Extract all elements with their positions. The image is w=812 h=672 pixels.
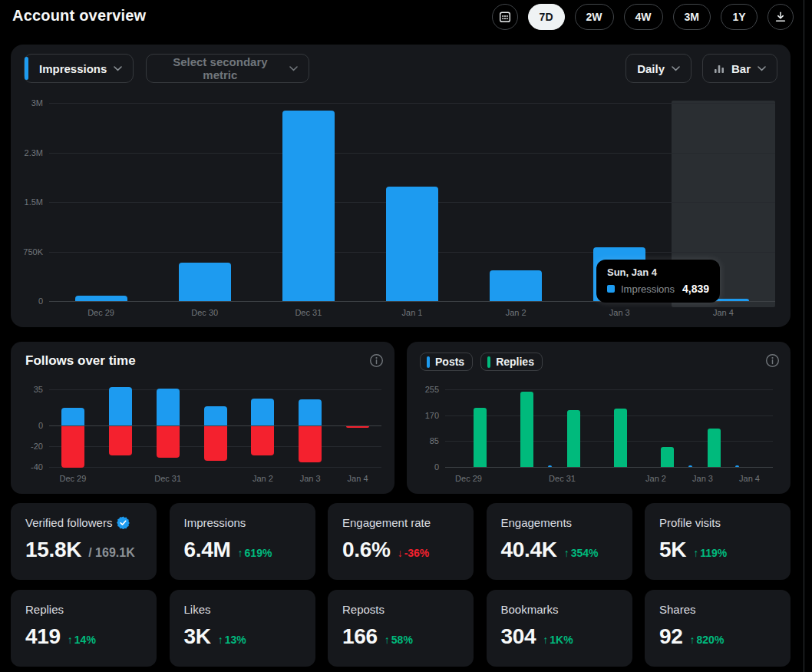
x-tick-label: Jan 2 <box>506 308 526 317</box>
unfollows-bar-jan-1[interactable] <box>204 426 227 460</box>
posts-bar-jan-3[interactable] <box>688 465 692 467</box>
metric-delta: 58% <box>391 634 413 646</box>
metric-card-reposts: Reposts 166 ↑58% <box>328 590 474 667</box>
metric-value: 419 <box>25 624 61 649</box>
x-tick-label: Jan 3 <box>692 474 713 483</box>
metric-value: 5K <box>659 538 686 562</box>
x-tick-label: Jan 1 <box>402 308 423 317</box>
metric-value: 15.8K <box>25 538 81 562</box>
gridline <box>445 415 773 416</box>
up-arrow-icon: ↑ <box>238 547 243 559</box>
info-icon <box>369 353 384 368</box>
y-tick-label: 0 <box>38 296 43 306</box>
range-4w-button[interactable]: 4W <box>624 4 663 30</box>
x-tick-label: Dec 31 <box>549 474 576 483</box>
up-arrow-icon: ↑ <box>564 547 569 559</box>
unfollows-bar-dec-31[interactable] <box>157 426 180 457</box>
chart-controls: Impressions Select secondary metric Dail… <box>24 54 777 83</box>
replies-swatch-icon <box>487 356 490 368</box>
legend-replies-toggle[interactable]: Replies <box>480 353 543 371</box>
gridline <box>445 441 773 442</box>
unfollows-bar-jan-4[interactable] <box>346 426 369 428</box>
chart-type-label: Bar <box>731 62 751 75</box>
y-tick-label: 170 <box>425 411 439 420</box>
posts-swatch-icon <box>427 356 430 368</box>
up-arrow-icon: ↑ <box>693 547 698 559</box>
impressions-bar-dec-29[interactable] <box>75 296 127 301</box>
up-arrow-icon: ↑ <box>543 634 548 646</box>
primary-metric-dropdown[interactable]: Impressions <box>24 54 134 83</box>
impressions-series-swatch-icon <box>607 285 615 293</box>
metric-change: ↑13% <box>218 634 246 646</box>
metric-title: Likes <box>184 603 211 616</box>
posts-bar-jan-4[interactable] <box>735 465 739 467</box>
posts-info-button[interactable] <box>765 353 780 370</box>
y-tick-label: -40 <box>31 462 43 472</box>
calendar-button[interactable] <box>492 4 518 30</box>
x-tick-label: Jan 4 <box>713 308 734 317</box>
replies-bar-dec-30[interactable] <box>520 392 533 467</box>
page-title: Account overview <box>12 7 146 25</box>
metric-value: 40.4K <box>501 538 557 562</box>
gridline <box>445 467 773 468</box>
unfollows-bar-jan-2[interactable] <box>251 426 274 455</box>
replies-bar-jan-2[interactable] <box>661 447 674 467</box>
range-1y-button[interactable]: 1Y <box>721 4 758 30</box>
download-button[interactable] <box>767 4 794 30</box>
replies-bar-jan-3[interactable] <box>708 429 721 467</box>
replies-bar-dec-31[interactable] <box>567 410 580 467</box>
secondary-metric-dropdown[interactable]: Select secondary metric <box>146 54 309 83</box>
metric-delta: 1K% <box>550 634 573 646</box>
metric-delta: 14% <box>74 634 96 646</box>
x-tick-label: Dec 31 <box>154 474 181 483</box>
x-tick-label: Jan 3 <box>609 308 630 317</box>
metric-card-shares: Shares 92 ↑820% <box>645 590 791 667</box>
legend-posts-toggle[interactable]: Posts <box>420 353 473 371</box>
follows-bar-dec-30[interactable] <box>109 387 132 425</box>
follows-bar-dec-29[interactable] <box>61 408 84 425</box>
gridline <box>49 103 775 104</box>
replies-bar-jan-1[interactable] <box>614 409 627 467</box>
granularity-dropdown[interactable]: Daily <box>626 54 692 83</box>
impressions-bar-dec-30[interactable] <box>179 263 231 301</box>
impressions-bar-dec-31[interactable] <box>282 111 335 301</box>
replies-bar-dec-29[interactable] <box>474 408 487 467</box>
up-arrow-icon: ↑ <box>385 634 390 646</box>
x-tick-label: Jan 4 <box>348 474 368 483</box>
up-arrow-icon: ↑ <box>690 634 695 646</box>
follows-bar-jan-1[interactable] <box>204 406 227 426</box>
x-tick-label: Jan 4 <box>739 474 760 483</box>
info-icon <box>765 353 780 368</box>
x-tick-label: Dec 29 <box>59 474 86 483</box>
range-7d-button[interactable]: 7D <box>528 4 565 30</box>
gridline <box>49 467 381 468</box>
range-2w-button[interactable]: 2W <box>575 4 614 30</box>
unfollows-bar-dec-29[interactable] <box>61 426 84 468</box>
metric-change: ↑354% <box>564 547 599 559</box>
gridline <box>445 389 773 390</box>
metric-card-engagement-rate: Engagement rate 0.6% ↓-36% <box>328 503 474 580</box>
posts-replies-legend: Posts Replies <box>420 353 543 371</box>
x-tick-label: Dec 29 <box>87 308 114 317</box>
follows-bar-jan-3[interactable] <box>299 399 322 425</box>
follows-bar-jan-2[interactable] <box>251 399 274 425</box>
impressions-chart-card: Impressions Select secondary metric Dail… <box>11 45 791 327</box>
metric-delta: 119% <box>700 547 727 559</box>
y-tick-label: 0 <box>38 421 43 430</box>
gridline <box>49 389 381 390</box>
gridline <box>49 153 775 154</box>
metric-value: 6.4M <box>184 538 231 562</box>
unfollows-bar-jan-3[interactable] <box>299 426 322 462</box>
impressions-bar-jan-2[interactable] <box>490 270 542 301</box>
unfollows-bar-dec-30[interactable] <box>109 426 132 455</box>
posts-bar-dec-31[interactable] <box>548 465 552 467</box>
metric-change: ↑119% <box>693 547 727 559</box>
metric-delta: 619% <box>245 547 272 559</box>
metric-card-engagements: Engagements 40.4K ↑354% <box>487 503 632 580</box>
follows-info-button[interactable] <box>369 353 384 370</box>
follows-bar-dec-31[interactable] <box>157 389 180 425</box>
chart-type-dropdown[interactable]: Bar <box>702 54 777 83</box>
y-tick-label: 0 <box>434 462 439 472</box>
range-3m-button[interactable]: 3M <box>673 4 711 30</box>
impressions-bar-jan-1[interactable] <box>386 187 438 301</box>
